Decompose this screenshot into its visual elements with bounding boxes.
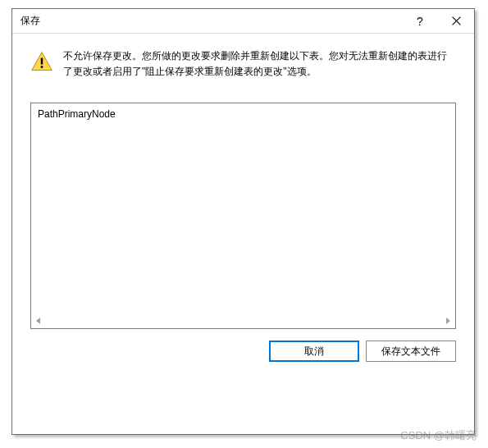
warning-icon	[30, 50, 53, 73]
dialog-title: 保存	[21, 14, 402, 28]
close-button[interactable]	[438, 9, 474, 33]
cancel-button[interactable]: 取消	[269, 341, 359, 362]
button-row: 取消 保存文本文件	[12, 329, 474, 362]
warning-message: 不允许保存更改。您所做的更改要求删除并重新创建以下表。您对无法重新创建的表进行了…	[63, 48, 456, 80]
watermark: CSDN @韩曙亮	[400, 428, 477, 443]
help-icon: ?	[417, 15, 423, 28]
dialog-window: 保存 ? 不允许保存更改。您所做的更改要求删除并重新创建以下表。您对无法重新创建…	[11, 8, 475, 435]
tables-list[interactable]: PathPrimaryNode	[30, 103, 456, 329]
svg-rect-2	[41, 58, 43, 65]
titlebar-buttons: ?	[402, 9, 474, 33]
list-item[interactable]: PathPrimaryNode	[38, 108, 449, 120]
scroll-left-icon[interactable]	[32, 314, 45, 327]
content-area: 不允许保存更改。您所做的更改要求删除并重新创建以下表。您对无法重新创建的表进行了…	[12, 34, 474, 329]
save-text-file-button[interactable]: 保存文本文件	[366, 341, 456, 362]
svg-rect-3	[41, 66, 43, 68]
titlebar: 保存 ?	[12, 9, 474, 34]
scroll-right-icon[interactable]	[441, 314, 454, 327]
message-row: 不允许保存更改。您所做的更改要求删除并重新创建以下表。您对无法重新创建的表进行了…	[30, 48, 456, 80]
help-button[interactable]: ?	[402, 9, 438, 33]
close-icon	[452, 16, 461, 25]
